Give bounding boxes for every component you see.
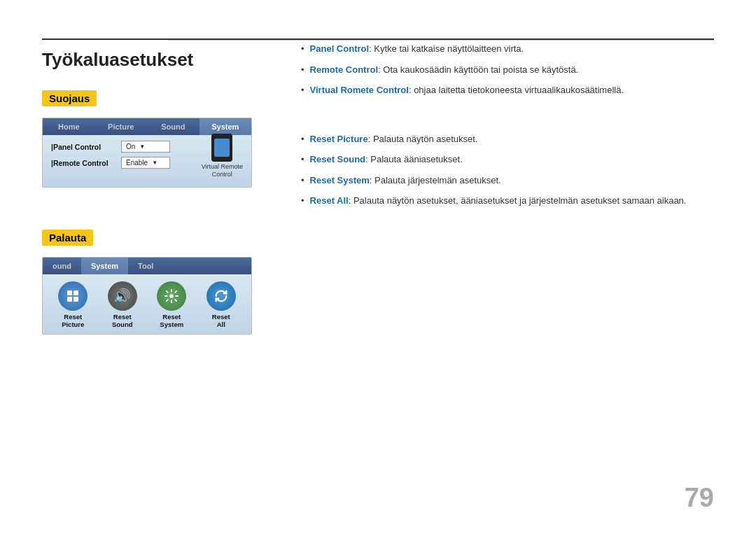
remote-control-row: |Remote Control Enable ▼ [51,157,202,169]
bullet-reset-picture: Reset Picture: Palauta näytön asetukset. [301,132,714,146]
suojaus-badge: Suojaus [42,90,97,106]
bullet-panel-control: Panel Control: Kytke tai katkaise näyttö… [301,42,714,56]
phone-screen [214,139,230,157]
panel-control-value: On [126,143,135,150]
reset-system-link: Reset System [310,175,370,185]
palauta-badge: Palauta [42,230,93,246]
tab-sound: Sound [147,118,200,135]
virtual-remote-desc: : ohjaa laitetta tietokoneesta virtuaali… [409,85,624,95]
bullet-reset-sound: Reset Sound: Palauta ääniasetukset. [301,153,714,167]
speaker-icon: 🔊 [113,288,131,304]
reset-picture-desc: : Palauta näytön asetukset. [368,134,478,144]
panel-control-row: |Panel Control On ▼ [51,141,202,153]
reset-sound-link: Reset Sound [310,154,365,164]
reset-all-label: ResetAll [212,313,230,328]
palauta-icons-row: ResetPicture 🔊 ResetSound [43,274,251,334]
grid-cell-2 [74,290,78,295]
gear-icon [164,288,179,304]
grid-cell-1 [67,290,72,295]
reset-system-item: ResetSystem [157,281,186,328]
panel-control-desc: : Kytke tai katkaise näyttölaitteen virt… [369,43,524,54]
reset-all-icon [206,281,236,311]
refresh-icon [214,288,229,304]
reset-system-icon [157,281,186,311]
bullet-reset-system: Reset System: Palauta järjestelmän asetu… [301,174,714,188]
suojaus-mockup-content: |Panel Control On ▼ |Remote Control Enab… [43,135,251,187]
virtual-remote-label: Virtual RemoteControl [202,163,243,178]
panel-control-arrow: ▼ [139,143,145,150]
remote-control-select: Enable ▼ [121,157,170,169]
remote-control-label: |Remote Control [51,159,121,167]
palauta-mockup: ound System Tool [42,257,252,335]
reset-all-desc: : Palauta näytön asetukset, ääniasetukse… [349,195,687,206]
suojaus-tabbar: Home Picture Sound System [43,118,251,135]
reset-picture-item: ResetPicture [58,281,88,328]
reset-picture-label: ResetPicture [62,313,84,328]
tab-system: System [200,118,252,135]
phone-icon [211,134,232,162]
suojaus-bullets: Panel Control: Kytke tai katkaise näyttö… [301,42,714,97]
page-title: Työkaluasetukset [42,49,252,71]
remote-control-desc: : Ota kaukosäädin käyttöön tai poista se… [378,64,578,75]
left-column: Työkaluasetukset Suojaus Home Picture So… [0,0,273,534]
palauta-bullets: Reset Picture: Palauta näytön asetukset.… [301,132,714,208]
palauta-right-section: Reset Picture: Palauta näytön asetukset.… [301,132,714,208]
remote-control-arrow: ▼ [152,160,158,166]
grid-cell-4 [74,297,78,302]
palauta-section: Palauta ound System Tool [42,230,252,335]
suojaus-section: Suojaus Home Picture Sound System |Panel… [42,90,252,188]
suojaus-mockup: Home Picture Sound System |Panel Control… [42,118,252,188]
virtual-remote-link: Virtual Romete Control [310,85,409,95]
svg-point-0 [170,294,174,298]
tab-sound2: ound [43,258,81,274]
reset-sound-icon: 🔊 [108,281,137,311]
tab-system2: System [81,258,128,274]
reset-all-link: Reset All [310,195,349,206]
palauta-tabbar: ound System Tool [43,258,251,274]
tab-home: Home [43,118,95,135]
panel-control-select: On ▼ [121,141,170,153]
bullet-remote-control: Remote Control: Ota kaukosäädin käyttöön… [301,63,714,77]
reset-sound-label: ResetSound [112,313,133,328]
bullet-virtual-remote: Virtual Romete Control: ohjaa laitetta t… [301,83,714,97]
grid-icon [67,290,78,302]
virtual-remote-widget: Virtual RemoteControl [202,134,243,178]
top-line-right [168,40,714,41]
remote-control-value: Enable [126,159,148,167]
page-number: 79 [685,483,714,513]
grid-cell-3 [67,297,72,302]
reset-sound-desc: : Palauta ääniasetukset. [365,154,463,164]
tab-picture: Picture [95,118,148,135]
reset-system-label: ResetSystem [160,313,183,328]
reset-all-item: ResetAll [206,281,236,328]
tab-tool: Tool [128,258,163,274]
reset-picture-link: Reset Picture [310,134,368,144]
bullet-reset-all: Reset All: Palauta näytön asetukset, ään… [301,194,714,208]
reset-system-desc: : Palauta järjestelmän asetukset. [370,175,501,185]
reset-sound-item: 🔊 ResetSound [108,281,137,328]
right-column: Panel Control: Kytke tai katkaise näyttö… [273,0,756,534]
reset-picture-icon [58,281,88,311]
remote-control-link: Remote Control [310,64,379,75]
panel-control-label: |Panel Control [51,143,121,151]
panel-control-link: Panel Control [310,43,370,54]
